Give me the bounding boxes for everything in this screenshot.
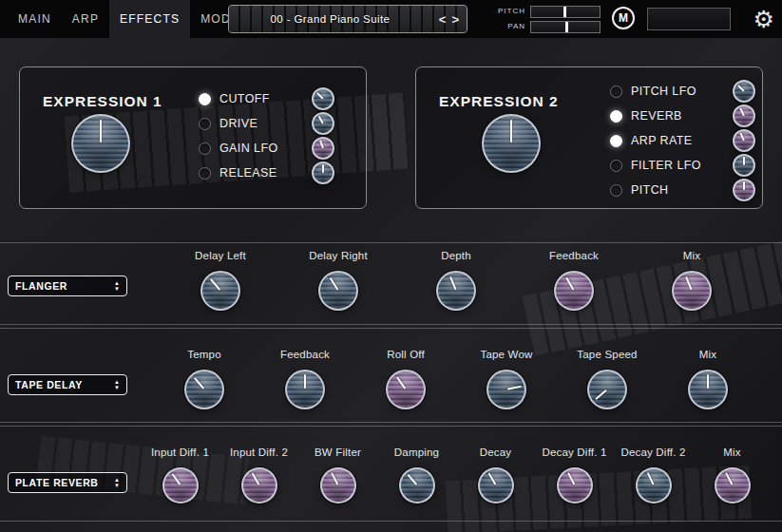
slot-knob[interactable] [734,156,753,175]
effect-knob[interactable] [438,273,474,309]
slot-label: ARP RATE [631,134,734,147]
knob-needle [690,371,726,408]
slot-radio[interactable] [199,167,211,180]
preset-name[interactable]: 00 - Grand Piano Suite [229,13,431,25]
preset-selector[interactable]: 00 - Grand Piano Suite < > [228,5,467,33]
slot-label: REVERB [631,109,734,123]
slot-radio[interactable] [610,86,622,98]
knob-cell: Input Diff. 1 [141,446,219,502]
effect-knob[interactable] [243,469,276,502]
tab-effects[interactable]: EFFECTS [109,0,190,38]
knob-cell: Decay [456,446,535,502]
knob-label: Feedback [280,349,330,360]
knob-needle [314,163,333,182]
slot-label: PITCH [631,183,734,197]
tab-arp[interactable]: ARP [62,0,109,38]
effect-knob[interactable] [186,371,222,408]
expression1-big-knob[interactable] [73,116,128,171]
knob-needle [732,104,757,129]
slot-knob[interactable] [314,89,333,108]
knob-label: Decay [480,446,512,458]
effect-knob[interactable] [164,469,197,502]
effect-row-flanger: FLANGER ▲ ▼ Delay LeftDelay RightDepthFe… [0,242,782,325]
effect-knob[interactable] [589,371,625,408]
slot-label: GAIN LFO [219,142,314,155]
updown-arrows-icon: ▲ ▼ [114,478,120,488]
effect-knob[interactable] [322,469,354,502]
slot-radio[interactable] [610,110,622,123]
effect-knob[interactable] [638,469,670,502]
knob-needle [668,267,715,314]
slot-knob[interactable] [734,131,753,150]
effect-knob[interactable] [388,371,424,408]
slot-knob[interactable] [314,163,333,182]
knob-needle [432,267,479,314]
slot-knob[interactable] [734,180,753,200]
slot-label: CUTOFF [219,92,314,105]
effect-knob[interactable] [287,371,323,408]
knob-needle [553,464,597,507]
slot-knob[interactable] [734,82,753,101]
pan-slider[interactable] [530,21,601,33]
expression2-big-knob[interactable] [484,116,539,171]
effect-knob[interactable] [556,273,592,309]
knob-needle [484,116,539,171]
slot-knob[interactable] [314,114,333,133]
pitch-pan-labels: PITCH PAN [480,0,525,38]
effect-knob[interactable] [401,469,433,502]
tape-delay-effect-selector[interactable]: TAPE DELAY ▲ ▼ [8,374,127,395]
tab-main[interactable]: MAIN [8,0,62,38]
effect-knob[interactable] [480,469,512,502]
knob-needle [394,463,440,508]
preset-next-icon[interactable]: > [451,12,459,27]
expression-slot: RELEASE [199,161,333,185]
effect-knob[interactable] [559,469,591,502]
top-bar: MAINARPEFFECTSMOD 00 - Grand Piano Suite… [0,0,782,38]
flanger-effect-selector[interactable]: FLANGER ▲ ▼ [8,276,127,296]
knob-label: Feedback [549,250,599,261]
slot-radio[interactable] [610,184,622,197]
effect-knob[interactable] [690,371,726,408]
expression1-slots: CUTOFFDRIVEGAIN LFORELEASE [199,86,333,185]
knob-label: Tempo [187,349,221,360]
slot-radio[interactable] [199,93,211,105]
knob-label: Mix [683,250,701,261]
effect-knob[interactable] [674,273,710,309]
effect-knob[interactable] [488,371,525,408]
knob-needle [731,78,757,104]
slot-radio[interactable] [199,142,211,155]
knob-needle [237,464,280,507]
knob-needle [381,365,431,415]
preset-prev-icon[interactable]: < [439,12,447,27]
knob-cell: BW Filter [298,446,377,502]
effect-row-tape-delay: TAPE DELAY ▲ ▼ TempoFeedbackRoll OffTape… [0,328,782,423]
knob-cell: Depth [397,250,515,309]
selector-label: TAPE DELAY [15,379,114,390]
knob-label: Damping [394,446,439,458]
knob-cell: Tempo [154,349,255,408]
updown-arrows-icon: ▲ ▼ [114,281,120,292]
slot-knob[interactable] [314,139,333,158]
pitch-slider[interactable] [530,6,601,18]
expression-slot: PITCH LFO [610,79,753,104]
knob-needle [549,266,599,315]
effect-knob[interactable] [716,469,749,502]
expression1-title: EXPRESSION 1 [43,93,162,110]
effect-knob[interactable] [202,273,238,309]
effect-knob[interactable] [320,273,356,309]
knob-cell: Roll Off [355,349,456,408]
mono-button[interactable]: M [612,7,635,29]
slot-radio[interactable] [199,118,211,130]
slot-radio[interactable] [610,135,622,147]
settings-gear-icon[interactable]: ⚙ [753,4,774,34]
knob-label: Decay Diff. 1 [542,446,606,458]
selector-label: FLANGER [15,280,114,292]
effect-row-2-knobs: TempoFeedbackRoll OffTape WowTape SpeedM… [154,349,758,408]
expression-slot: FILTER LFO [610,153,753,178]
knob-label: Delay Right [309,250,368,261]
slot-knob[interactable] [734,106,753,125]
plate-reverb-effect-selector[interactable]: PLATE REVERB ▲ ▼ [8,472,127,493]
knob-cell: Mix [693,446,772,502]
tab-bar: MAINARPEFFECTSMOD [8,0,241,38]
slot-radio[interactable] [610,160,622,172]
